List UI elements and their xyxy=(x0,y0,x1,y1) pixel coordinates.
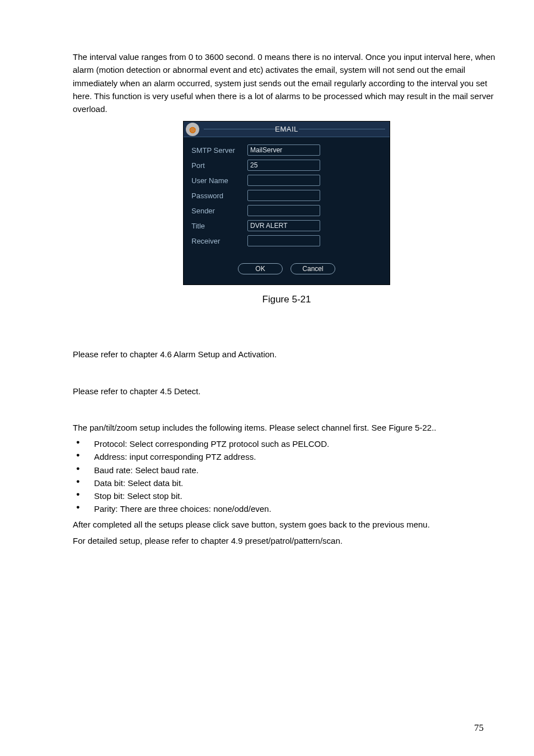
alarm-section-text: Please refer to chapter 4.6 Alarm Setup … xyxy=(73,348,500,361)
dialog-button-row: OK Cancel xyxy=(184,251,390,284)
label-smtp-server: SMTP Server xyxy=(191,146,247,155)
input-receiver[interactable] xyxy=(247,235,320,246)
dialog-title: EMAIL xyxy=(275,125,298,133)
globe-icon: ◍ xyxy=(186,123,199,136)
input-user-name[interactable] xyxy=(247,175,320,186)
input-smtp-server[interactable]: MailServer xyxy=(247,144,320,156)
dialog-body: SMTP Server MailServer Port 25 User Name… xyxy=(184,137,390,251)
figure-caption: Figure 5-21 xyxy=(73,294,500,305)
label-title: Title xyxy=(191,222,247,230)
cancel-button[interactable]: Cancel xyxy=(291,263,335,274)
list-item: Protocol: Select corresponding PTZ proto… xyxy=(73,437,500,450)
list-item: Baud rate: Select baud rate. xyxy=(73,464,500,477)
ptz-outro-1: After completed all the setups please cl… xyxy=(73,518,500,531)
page-number: 75 xyxy=(474,722,484,734)
input-title[interactable]: DVR ALERT xyxy=(247,220,320,231)
ptz-outro-2: For detailed setup, please refer to chap… xyxy=(73,534,500,547)
label-sender: Sender xyxy=(191,207,247,215)
list-item: Parity: There are three choices: none/od… xyxy=(73,502,500,515)
list-item: Stop bit: Select stop bit. xyxy=(73,489,500,502)
ptz-bullet-list: Protocol: Select corresponding PTZ proto… xyxy=(73,437,500,516)
list-item: Data bit: Select data bit. xyxy=(73,477,500,489)
detect-section-text: Please refer to chapter 4.5 Detect. xyxy=(73,385,500,398)
label-port: Port xyxy=(191,161,247,170)
ok-button[interactable]: OK xyxy=(238,263,283,274)
email-dialog: ◍ EMAIL SMTP Server MailServer Port 25 U… xyxy=(183,121,390,285)
dialog-titlebar: ◍ EMAIL xyxy=(184,122,390,137)
intro-paragraph: The interval value ranges from 0 to 3600… xyxy=(73,50,500,115)
input-port[interactable]: 25 xyxy=(247,160,320,171)
input-sender[interactable] xyxy=(247,205,320,216)
label-receiver: Receiver xyxy=(191,237,247,245)
list-item: Address: input corresponding PTZ address… xyxy=(73,450,500,463)
ptz-intro: The pan/tilt/zoom setup includes the fol… xyxy=(73,421,500,434)
label-user-name: User Name xyxy=(191,176,247,185)
input-password[interactable] xyxy=(247,190,320,201)
label-password: Password xyxy=(191,192,247,200)
title-divider-right xyxy=(299,129,385,129)
